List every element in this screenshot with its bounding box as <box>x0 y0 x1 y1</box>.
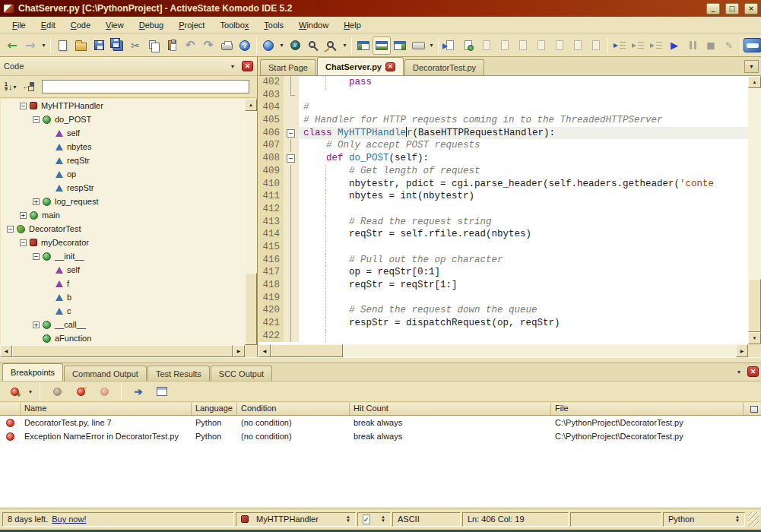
code-line-419[interactable]: 419 <box>258 292 748 305</box>
tree-item-DecoratorTest[interactable]: −DecoratorTest <box>1 222 245 236</box>
code-line-415[interactable]: 415 <box>258 241 748 254</box>
collapse-icon[interactable]: − <box>33 253 40 260</box>
expand-icon[interactable]: + <box>33 198 40 205</box>
tree-item-MyHTTPHandler[interactable]: −MyHTTPHandler <box>1 99 245 112</box>
sort-order-icon[interactable]: 19 ↓ ▾ <box>5 82 16 91</box>
scroll-right-icon[interactable]: ▶ <box>233 345 245 357</box>
tab-command-output[interactable]: Command Output <box>64 366 147 381</box>
close-button[interactable]: × <box>744 3 758 14</box>
stop-icon[interactable]: ■ <box>702 36 720 55</box>
cut-icon[interactable]: ✂ <box>126 36 144 55</box>
collapse-icon[interactable]: − <box>20 239 27 246</box>
paste-icon[interactable] <box>163 36 181 55</box>
code-line-407[interactable]: 407 # Only accept POST requests <box>258 139 748 152</box>
code-line-408[interactable]: 408− def do_POST(self): <box>258 152 748 165</box>
forward-icon[interactable]: → <box>21 36 40 55</box>
history-dropdown-icon[interactable]: ▾ <box>40 36 48 55</box>
menu-project[interactable]: Project <box>171 18 212 32</box>
scroll-left-icon[interactable]: ◀ <box>0 345 12 357</box>
breakpoint-row[interactable]: Exception NameError in DecoratorTest.pyP… <box>0 429 761 443</box>
breakpoint-enabled-icon[interactable] <box>6 432 14 441</box>
code-line-409[interactable]: 409 # Get length of request <box>258 165 748 178</box>
menu-toolbox[interactable]: Toolbox <box>212 18 256 32</box>
preview-dropdown-icon[interactable]: ▾ <box>277 36 286 55</box>
redo-icon[interactable]: ↷ <box>199 36 217 55</box>
scroll-thumb[interactable] <box>12 345 233 357</box>
tree-item-f[interactable]: f <box>1 277 245 290</box>
help-icon[interactable] <box>236 36 254 55</box>
undo-icon[interactable]: ↶ <box>181 36 199 55</box>
code-line-414[interactable]: 414 reqStr = self.rfile.read(nbytes) <box>258 228 748 241</box>
syntax-spinner-icon[interactable]: ▲▼ <box>381 515 385 523</box>
debug-stop-icon[interactable] <box>496 36 514 55</box>
toggle-bottom-pane-icon[interactable] <box>373 36 391 55</box>
horizontal-splitter[interactable] <box>0 357 761 363</box>
tree-item-op[interactable]: op <box>1 167 245 181</box>
breakpoint-properties-icon[interactable] <box>153 382 171 401</box>
debug-break-icon[interactable] <box>514 36 532 55</box>
keybinding-icon[interactable] <box>409 36 427 55</box>
code-line-403[interactable]: 403 <box>258 89 748 102</box>
code-line-411[interactable]: 411 nbytes = int(nbytestr) <box>258 190 748 203</box>
breakpoint-add-icon[interactable] <box>5 382 24 401</box>
code-line-418[interactable]: 418 reqStr = reqStr[1:] <box>258 279 748 292</box>
new-file-icon[interactable] <box>53 36 71 55</box>
toolbox-icon[interactable] <box>744 36 761 55</box>
debug-new-session-icon[interactable] <box>459 36 477 55</box>
tab-scc-output[interactable]: SCC Output <box>211 366 272 381</box>
scroll-track[interactable] <box>343 344 736 357</box>
scroll-up-icon[interactable]: ▲ <box>245 99 257 111</box>
print-icon[interactable] <box>217 36 236 55</box>
code-pane-dropdown-icon[interactable]: ▼ <box>227 61 239 71</box>
menu-code[interactable]: Code <box>63 18 98 32</box>
code-tree-vscrollbar[interactable]: ▲ <box>245 99 257 345</box>
scroll-track[interactable] <box>748 88 761 279</box>
debug-clear-breakpoints-icon[interactable] <box>532 36 550 55</box>
menu-window[interactable]: Window <box>291 18 336 32</box>
tree-item-call[interactable]: +__call__ <box>1 318 245 331</box>
comment-icon[interactable] <box>286 36 304 55</box>
pause-icon[interactable] <box>683 36 702 55</box>
tree-item-reqStr[interactable]: reqStr <box>1 154 245 167</box>
tree-item-myDecorator[interactable]: −myDecorator <box>1 236 245 249</box>
collapse-icon[interactable]: − <box>20 103 27 109</box>
tab-list-dropdown-icon[interactable]: ▼ <box>744 60 759 73</box>
code-pane-close-icon[interactable]: ✕ <box>242 61 253 71</box>
editor-hscrollbar[interactable]: ◀ ▶ <box>258 344 748 357</box>
find-icon[interactable] <box>304 36 322 55</box>
code-tree-hscrollbar[interactable]: ◀ ▶ <box>0 345 245 357</box>
code-line-420[interactable]: 420 # Send the request down the queue <box>258 304 748 317</box>
scope-segment[interactable]: MyHTTPHandler ▲▼ <box>236 512 356 527</box>
column-header-language[interactable]: Language <box>192 403 237 415</box>
breakpoint-disable-icon[interactable] <box>48 382 66 401</box>
open-file-icon[interactable] <box>71 36 90 55</box>
breakpoint-goto-source-icon[interactable]: ➔ <box>129 382 147 401</box>
menu-debug[interactable]: Debug <box>132 18 171 32</box>
code-filter-input[interactable] <box>42 80 249 93</box>
menu-file[interactable]: File <box>5 18 33 32</box>
column-header-file[interactable]: File <box>551 403 744 415</box>
preview-browser-icon[interactable] <box>259 36 277 55</box>
code-line-410[interactable]: 410 nbytestr, pdict = cgi.parse_header(s… <box>258 178 748 191</box>
step-over-icon[interactable] <box>629 36 647 55</box>
resize-grip[interactable] <box>748 512 759 527</box>
breakpoint-delete-icon[interactable] <box>71 382 90 401</box>
locate-current-scope-icon[interactable]: ← <box>22 81 36 92</box>
menu-tools[interactable]: Tools <box>256 18 291 32</box>
code-line-405[interactable]: 405# Handler for HTTP requests coming in… <box>258 114 748 127</box>
breakpoint-add-dropdown-icon[interactable]: ▾ <box>29 388 32 395</box>
breakpoint-delete-all-icon[interactable] <box>95 382 113 401</box>
code-editor[interactable]: 402 pass403404#405# Handler for HTTP req… <box>258 76 748 344</box>
collapse-icon[interactable]: − <box>33 116 40 123</box>
code-line-406[interactable]: 406−class MyHTTPHandler(BaseHTTPRequestH… <box>258 127 748 140</box>
macro-record-icon[interactable]: ✎ <box>720 36 738 55</box>
tree-item-self[interactable]: self <box>1 263 245 277</box>
scroll-right-icon[interactable]: ▶ <box>736 344 748 357</box>
code-line-416[interactable]: 416 # Pull out the op character <box>258 254 748 267</box>
back-icon[interactable]: ← <box>3 36 21 55</box>
tree-item-main[interactable]: +main <box>1 208 245 222</box>
debug-watch-icon[interactable] <box>550 36 569 55</box>
editor-vscrollbar[interactable]: ▲ ▼ <box>748 76 761 344</box>
debug-interactive-shell-icon[interactable] <box>569 36 587 55</box>
fold-collapse-icon[interactable]: − <box>287 154 295 163</box>
